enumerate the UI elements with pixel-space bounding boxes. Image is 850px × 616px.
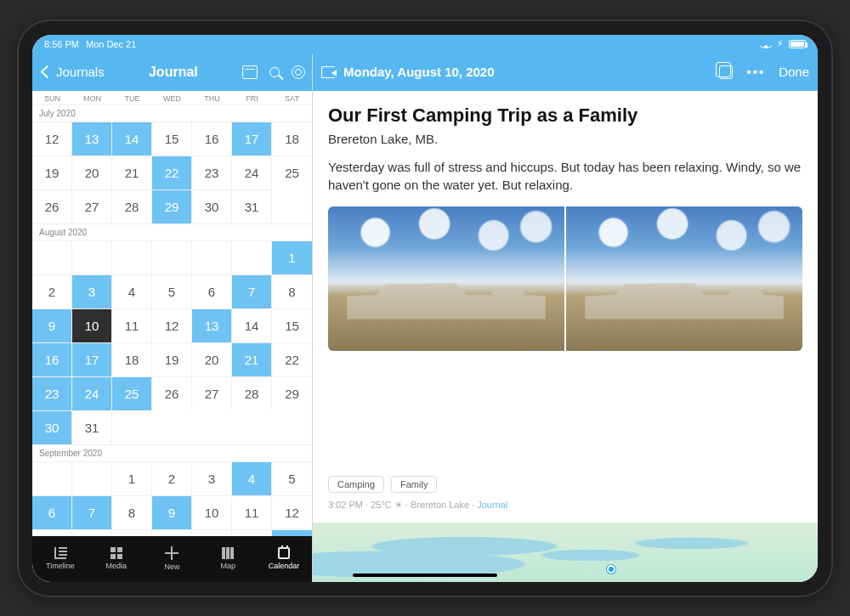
calendar-day[interactable]: 21 [112,155,152,189]
tab-calendar[interactable]: Calendar [256,536,312,582]
calendar-day[interactable]: 14 [232,308,272,342]
calendar-day[interactable]: 20 [192,342,232,376]
calendar-day[interactable]: 25 [112,376,152,410]
calendar-day[interactable]: 19 [32,155,72,189]
calendar-day[interactable]: 30 [32,410,72,444]
search-icon[interactable] [269,67,280,77]
calendar-day[interactable]: 16 [32,342,72,376]
copy-icon[interactable] [719,65,733,79]
calendar-day[interactable]: 27 [72,189,112,223]
entry-header: Monday, August 10, 2020 ••• Done [313,54,818,91]
calendar-day[interactable]: 17 [192,529,232,536]
calendar-day[interactable]: 11 [112,308,152,342]
weekday: THU [192,94,232,103]
calendar-day[interactable]: 14 [112,122,152,155]
calendar-day[interactable]: 3 [192,461,232,495]
calendar-day[interactable]: 12 [32,122,72,155]
entry-date: Monday, August 10, 2020 [343,65,711,79]
calendar-day[interactable]: 24 [72,376,112,410]
calendar-day[interactable]: 11 [232,495,272,529]
entry-text[interactable]: Yesterday was full of stress and hiccups… [328,158,802,195]
calendar-day[interactable]: 18 [112,342,152,376]
calendar-day[interactable]: 12 [272,495,312,529]
tag[interactable]: Family [391,476,437,493]
tag[interactable]: Camping [328,476,384,493]
calendar-day[interactable]: 15 [112,529,152,536]
calendar-day[interactable]: 29 [272,376,312,410]
calendar-day[interactable]: 24 [232,155,272,189]
calendar-day[interactable]: 19 [152,342,192,376]
calendar-day[interactable]: 25 [272,155,312,189]
calendar-pane: Journals Journal SUNMONTUEWEDTHUFRISAT J… [32,54,313,582]
settings-icon[interactable] [292,65,305,79]
home-indicator[interactable] [353,574,497,577]
tab-media[interactable]: Media [88,536,144,582]
photo[interactable] [328,206,564,351]
back-button[interactable]: Journals [39,65,105,80]
calendar-day[interactable]: 6 [192,274,232,308]
entry-title[interactable]: Our First Camping Trip as a Family [328,105,802,127]
calendar-day[interactable]: 16 [152,529,192,536]
calendar-day[interactable]: 19 [272,529,312,536]
calendar-day[interactable]: 28 [112,189,152,223]
calendar-day[interactable]: 26 [32,189,72,223]
calendar-day[interactable]: 4 [112,274,152,308]
meta-journal[interactable]: Journal [477,500,507,510]
calendar-day[interactable]: 6 [32,495,72,529]
calendar-day[interactable]: 31 [72,410,112,444]
calendar-day[interactable]: 31 [232,189,272,223]
calendar-day[interactable]: 7 [72,495,112,529]
calendar-day[interactable]: 10 [72,308,112,342]
calendar-day[interactable]: 3 [72,274,112,308]
calendar-day[interactable]: 1 [272,240,312,274]
calendar-day[interactable]: 23 [32,376,72,410]
entry-subtitle[interactable]: Brereton Lake, MB. [328,132,802,146]
calendar-day[interactable]: 22 [152,155,192,189]
tab-map[interactable]: Map [200,536,256,582]
calendar-day[interactable]: 8 [272,274,312,308]
calendar-day[interactable]: 13 [72,122,112,155]
calendar-day[interactable]: 13 [192,308,232,342]
calendar-day[interactable]: 17 [232,122,272,155]
calendar-day[interactable]: 28 [232,376,272,410]
calendar-scroll[interactable]: July 20201213141516171819202122232425262… [32,105,312,536]
photo[interactable] [566,206,802,351]
calendar-day[interactable]: 14 [72,529,112,536]
calendar-day[interactable]: 2 [32,274,72,308]
close-entry-icon[interactable] [321,66,335,78]
calendar-day[interactable]: 5 [272,461,312,495]
calendar-day[interactable]: 18 [232,529,272,536]
calendar-day[interactable]: 20 [72,155,112,189]
meta-temp: 25°C [371,500,392,510]
calendar-day[interactable]: 7 [232,274,272,308]
calendar-view-icon[interactable] [242,65,258,79]
calendar-day[interactable]: 21 [232,342,272,376]
calendar-day[interactable]: 1 [112,461,152,495]
done-button[interactable]: Done [779,65,809,79]
calendar-day[interactable]: 4 [232,461,272,495]
calendar-day[interactable]: 23 [192,155,232,189]
more-icon[interactable]: ••• [746,65,765,79]
tab-label: Media [105,562,127,570]
calendar-day[interactable]: 27 [192,376,232,410]
calendar-day[interactable]: 22 [272,342,312,376]
calendar-day[interactable]: 16 [192,122,232,155]
calendar-day[interactable]: 8 [112,495,152,529]
calendar-day[interactable]: 9 [152,495,192,529]
tab-timeline[interactable]: Timeline [32,536,88,582]
calendar-day[interactable]: 10 [192,495,232,529]
calendar-day[interactable]: 29 [152,189,192,223]
calendar-day[interactable]: 15 [152,122,192,155]
calendar-day[interactable]: 13 [32,529,72,536]
calendar-day[interactable]: 26 [152,376,192,410]
tab-new[interactable]: New [144,536,201,582]
calendar-day[interactable]: 2 [152,461,192,495]
calendar-day[interactable]: 30 [192,189,232,223]
calendar-day[interactable]: 12 [152,308,192,342]
entry-photos[interactable] [328,206,802,351]
calendar-day[interactable]: 5 [152,274,192,308]
calendar-day[interactable]: 15 [272,308,312,342]
calendar-day[interactable]: 18 [272,122,312,155]
calendar-day[interactable]: 17 [72,342,112,376]
calendar-day[interactable]: 9 [32,308,72,342]
